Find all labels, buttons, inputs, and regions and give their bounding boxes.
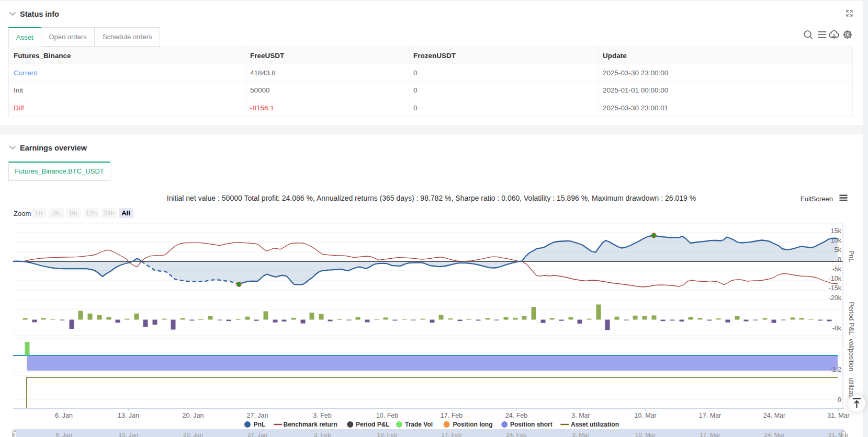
- svg-text:3. Feb: 3. Feb: [314, 432, 331, 437]
- svg-text:31. Mar: 31. Mar: [828, 432, 849, 437]
- svg-text:20. Jan: 20. Jan: [182, 412, 204, 419]
- svg-text:Period P&L: Period P&L: [356, 421, 390, 428]
- svg-text:6. Jan: 6. Jan: [55, 432, 72, 437]
- svg-text:Benchmark return: Benchmark return: [284, 421, 337, 428]
- svg-text:24. Feb: 24. Feb: [505, 412, 527, 419]
- svg-text:27. Jan: 27. Jan: [247, 432, 267, 437]
- svg-text:-20k: -20k: [829, 294, 842, 302]
- svg-text:10. Feb: 10. Feb: [377, 432, 398, 437]
- svg-text:-10k: -10k: [829, 275, 842, 282]
- svg-text:10. Feb: 10. Feb: [376, 412, 398, 419]
- svg-text:Asset utilization: Asset utilization: [571, 421, 619, 428]
- svg-text:-5k: -5k: [832, 266, 842, 273]
- svg-text:3. Feb: 3. Feb: [313, 412, 331, 419]
- svg-text:Position short: Position short: [510, 421, 553, 428]
- svg-text:0: 0: [838, 256, 841, 263]
- svg-text:3. Mar: 3. Mar: [572, 432, 590, 437]
- svg-text:PnL: PnL: [254, 421, 266, 428]
- svg-text:Position long: Position long: [453, 421, 493, 428]
- svg-text:20. Jan: 20. Jan: [183, 432, 203, 437]
- svg-text:13. Jan: 13. Jan: [119, 432, 139, 437]
- svg-text:27. Jan: 27. Jan: [246, 412, 268, 419]
- svg-text:Period P&L: Period P&L: [848, 302, 855, 335]
- svg-text:24. Mar: 24. Mar: [764, 432, 785, 437]
- svg-text:13. Jan: 13. Jan: [118, 412, 139, 419]
- svg-text:24. Mar: 24. Mar: [763, 412, 785, 419]
- svg-text:-1.2: -1.2: [830, 366, 841, 373]
- svg-text:10. Mar: 10. Mar: [635, 432, 656, 437]
- svg-text:-8k: -8k: [832, 325, 842, 332]
- svg-text:3. Mar: 3. Mar: [571, 412, 590, 419]
- svg-text:31. Mar: 31. Mar: [827, 412, 849, 419]
- svg-text:-15k: -15k: [829, 284, 842, 292]
- svg-text:17. Mar: 17. Mar: [699, 412, 721, 419]
- svg-text:Trade Vol: Trade Vol: [405, 421, 433, 428]
- svg-text:15k: 15k: [831, 227, 842, 235]
- svg-text:24. Feb: 24. Feb: [506, 432, 527, 437]
- svg-text:6. Jan: 6. Jan: [55, 412, 73, 419]
- svg-text:PnL: PnL: [848, 250, 855, 262]
- svg-text:17. Feb: 17. Feb: [441, 412, 463, 419]
- svg-text:10. Mar: 10. Mar: [634, 412, 656, 419]
- svg-text:17. Mar: 17. Mar: [700, 432, 720, 437]
- svg-text:vol/position: vol/position: [848, 339, 855, 372]
- svg-text:17. Feb: 17. Feb: [442, 432, 462, 437]
- svg-text:0: 0: [838, 396, 841, 404]
